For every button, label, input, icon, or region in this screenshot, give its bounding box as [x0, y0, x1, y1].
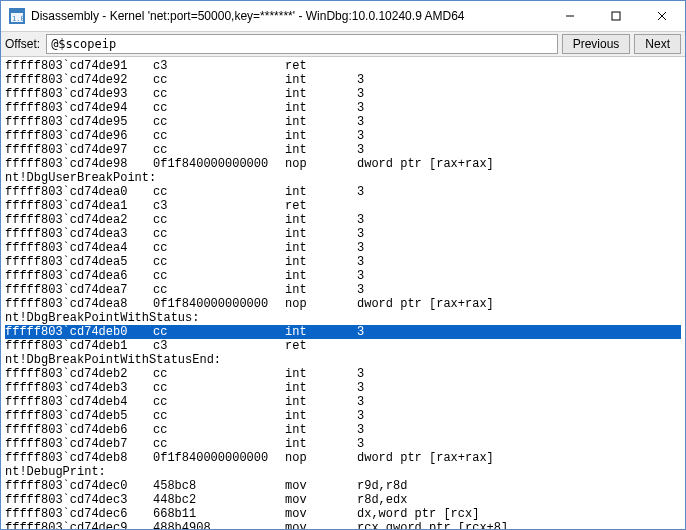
- bytes: 448bc2: [153, 493, 285, 507]
- titlebar[interactable]: 1.0 Disassembly - Kernel 'net:port=50000…: [1, 1, 685, 32]
- operands: 3: [357, 213, 681, 227]
- address: fffff803`cd74deb1: [5, 339, 153, 353]
- windbg-window: 1.0 Disassembly - Kernel 'net:port=50000…: [0, 0, 686, 530]
- operands: r8d,edx: [357, 493, 681, 507]
- bytes: cc: [153, 269, 285, 283]
- disasm-row[interactable]: fffff803`cd74de93ccint3: [5, 87, 681, 101]
- address: fffff803`cd74deb2: [5, 367, 153, 381]
- bytes: cc: [153, 115, 285, 129]
- mnemonic: ret: [285, 59, 357, 73]
- address: fffff803`cd74de93: [5, 87, 153, 101]
- next-button[interactable]: Next: [634, 34, 681, 54]
- disasm-row[interactable]: fffff803`cd74de92ccint3: [5, 73, 681, 87]
- disassembly-pane[interactable]: fffff803`cd74de91c3retfffff803`cd74de92c…: [1, 57, 685, 529]
- disasm-row[interactable]: fffff803`cd74de94ccint3: [5, 101, 681, 115]
- mnemonic: mov: [285, 521, 357, 529]
- operands: 3: [357, 255, 681, 269]
- previous-button[interactable]: Previous: [562, 34, 631, 54]
- disasm-row[interactable]: fffff803`cd74dec0458bc8movr9d,r8d: [5, 479, 681, 493]
- address: fffff803`cd74deb0: [5, 325, 153, 339]
- disasm-row[interactable]: fffff803`cd74deb0ccint3: [5, 325, 681, 339]
- bytes: c3: [153, 59, 285, 73]
- operands: 3: [357, 409, 681, 423]
- mnemonic: int: [285, 73, 357, 87]
- bytes: cc: [153, 423, 285, 437]
- address: fffff803`cd74deb3: [5, 381, 153, 395]
- disasm-row[interactable]: fffff803`cd74dec6668b11movdx,word ptr [r…: [5, 507, 681, 521]
- address: fffff803`cd74de94: [5, 101, 153, 115]
- disasm-row[interactable]: fffff803`cd74deb2ccint3: [5, 367, 681, 381]
- disasm-row[interactable]: fffff803`cd74dec3448bc2movr8d,edx: [5, 493, 681, 507]
- address: fffff803`cd74dea1: [5, 199, 153, 213]
- window-title: Disassembly - Kernel 'net:port=50000,key…: [31, 9, 547, 23]
- address: fffff803`cd74de96: [5, 129, 153, 143]
- disasm-row[interactable]: fffff803`cd74dea80f1f840000000000nopdwor…: [5, 297, 681, 311]
- mnemonic: int: [285, 409, 357, 423]
- bytes: cc: [153, 395, 285, 409]
- disasm-row[interactable]: fffff803`cd74deb1c3ret: [5, 339, 681, 353]
- mnemonic: int: [285, 325, 357, 339]
- maximize-button[interactable]: [593, 1, 639, 31]
- operands: 3: [357, 269, 681, 283]
- bytes: cc: [153, 283, 285, 297]
- disasm-row[interactable]: fffff803`cd74dea5ccint3: [5, 255, 681, 269]
- disasm-row[interactable]: fffff803`cd74deb4ccint3: [5, 395, 681, 409]
- operands: 3: [357, 143, 681, 157]
- disasm-row[interactable]: fffff803`cd74de91c3ret: [5, 59, 681, 73]
- bytes: cc: [153, 213, 285, 227]
- operands: 3: [357, 423, 681, 437]
- mnemonic: int: [285, 395, 357, 409]
- disasm-row[interactable]: fffff803`cd74de96ccint3: [5, 129, 681, 143]
- bytes: cc: [153, 143, 285, 157]
- minimize-button[interactable]: [547, 1, 593, 31]
- disasm-row[interactable]: fffff803`cd74de980f1f840000000000nopdwor…: [5, 157, 681, 171]
- disasm-row[interactable]: fffff803`cd74dea6ccint3: [5, 269, 681, 283]
- mnemonic: nop: [285, 451, 357, 465]
- disasm-row[interactable]: fffff803`cd74de97ccint3: [5, 143, 681, 157]
- bytes: 0f1f840000000000: [153, 157, 285, 171]
- operands: dx,word ptr [rcx]: [357, 507, 681, 521]
- disasm-row[interactable]: fffff803`cd74de95ccint3: [5, 115, 681, 129]
- bytes: cc: [153, 101, 285, 115]
- bytes: cc: [153, 129, 285, 143]
- mnemonic: mov: [285, 493, 357, 507]
- mnemonic: int: [285, 367, 357, 381]
- close-button[interactable]: [639, 1, 685, 31]
- mnemonic: int: [285, 129, 357, 143]
- bytes: cc: [153, 227, 285, 241]
- mnemonic: nop: [285, 297, 357, 311]
- address: fffff803`cd74dec9: [5, 521, 153, 529]
- disasm-row[interactable]: fffff803`cd74dea3ccint3: [5, 227, 681, 241]
- disasm-row[interactable]: fffff803`cd74dea7ccint3: [5, 283, 681, 297]
- address: fffff803`cd74de91: [5, 59, 153, 73]
- address: fffff803`cd74dea2: [5, 213, 153, 227]
- bytes: cc: [153, 437, 285, 451]
- symbol-label: nt!DbgBreakPointWithStatus:: [5, 311, 681, 325]
- bytes: 488b4908: [153, 521, 285, 529]
- operands: dword ptr [rax+rax]: [357, 157, 681, 171]
- disasm-row[interactable]: fffff803`cd74deb5ccint3: [5, 409, 681, 423]
- disasm-row[interactable]: fffff803`cd74deb80f1f840000000000nopdwor…: [5, 451, 681, 465]
- operands: 3: [357, 437, 681, 451]
- offset-input[interactable]: [46, 34, 557, 54]
- operands: 3: [357, 381, 681, 395]
- mnemonic: mov: [285, 507, 357, 521]
- address: fffff803`cd74de92: [5, 73, 153, 87]
- disasm-row[interactable]: fffff803`cd74dec9488b4908movrcx,qword pt…: [5, 521, 681, 529]
- disasm-row[interactable]: fffff803`cd74deb3ccint3: [5, 381, 681, 395]
- disasm-row[interactable]: fffff803`cd74deb6ccint3: [5, 423, 681, 437]
- address: fffff803`cd74deb4: [5, 395, 153, 409]
- disasm-row[interactable]: fffff803`cd74deb7ccint3: [5, 437, 681, 451]
- disasm-row[interactable]: fffff803`cd74dea4ccint3: [5, 241, 681, 255]
- disasm-row[interactable]: fffff803`cd74dea2ccint3: [5, 213, 681, 227]
- mnemonic: int: [285, 437, 357, 451]
- offset-label: Offset:: [5, 37, 42, 51]
- mnemonic: nop: [285, 157, 357, 171]
- disasm-row[interactable]: fffff803`cd74dea0ccint3: [5, 185, 681, 199]
- disasm-row[interactable]: fffff803`cd74dea1c3ret: [5, 199, 681, 213]
- address: fffff803`cd74dec6: [5, 507, 153, 521]
- address: fffff803`cd74deb5: [5, 409, 153, 423]
- svg-rect-2: [11, 10, 23, 13]
- address: fffff803`cd74dea8: [5, 297, 153, 311]
- app-icon: 1.0: [9, 8, 25, 24]
